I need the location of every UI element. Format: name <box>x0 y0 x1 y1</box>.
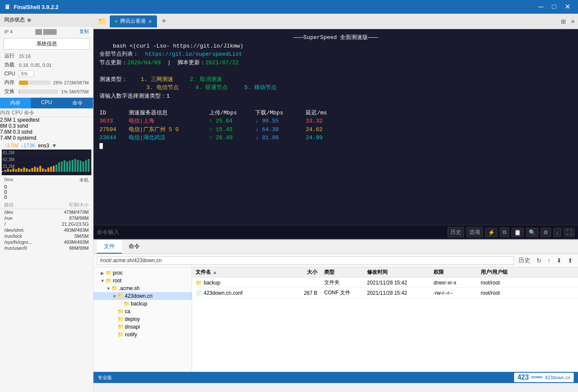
swap-bar <box>19 90 19 94</box>
tree-item-ca[interactable]: 📁 ca <box>93 308 192 315</box>
file-date-backup: 2021/11/28 15:42 <box>364 280 430 286</box>
lightning-icon[interactable]: ⚡ <box>485 228 497 237</box>
upload-btn[interactable]: ⬆ <box>566 256 575 265</box>
svg-rect-30 <box>74 159 76 172</box>
menu-view-button[interactable]: ≡ <box>569 17 576 26</box>
grid-view-button[interactable]: ⊞ <box>559 17 568 26</box>
history-button[interactable]: 历史 <box>448 227 464 237</box>
tree-label-notify: notify <box>125 332 137 338</box>
proc-row-1[interactable]: 8M 0.3 sshd <box>0 123 93 129</box>
term-line-5: 3. 电信节点 4. 联通节点 5. 移动节点 <box>99 84 572 92</box>
file-tab-commands[interactable]: 命令 <box>122 240 147 254</box>
file-tab-files[interactable]: 文件 <box>97 240 122 254</box>
download-icon[interactable]: ↓ <box>554 228 562 237</box>
settings-icon[interactable]: ⚙ <box>541 228 551 237</box>
edition-label: 专业版 <box>98 374 112 381</box>
net-iface: ens3 <box>38 143 49 149</box>
tree-item-backup-sub[interactable]: 📁 backup <box>93 300 192 308</box>
disk-root: /21.2G/23.5G <box>0 221 93 227</box>
term-line-2: 全部节点列表： https://git.io/superspeedList <box>99 50 572 59</box>
proc-row-0[interactable]: 2.5M 1 speedtest <box>0 117 93 123</box>
clipboard-icon[interactable]: 📋 <box>512 228 524 237</box>
path-input[interactable] <box>97 256 514 265</box>
ip-label: IP 4 <box>4 29 12 34</box>
svg-rect-16 <box>37 168 39 172</box>
term-line-3: 节点更新：2020/04/09 | 脚本更新：2021/07/22 <box>99 59 572 67</box>
tree-label-ca: ca <box>125 308 130 314</box>
session-tab-close[interactable]: × <box>148 18 152 25</box>
fullscreen-icon[interactable]: ⛶ <box>564 228 575 237</box>
proc-row-2[interactable]: 7.6M 0.3 sshd <box>0 129 93 135</box>
tab-mem[interactable]: 内存 <box>0 98 31 108</box>
tree-item-root[interactable]: ▼ 📁 root <box>93 277 192 284</box>
sysinfo-button[interactable]: 系统信息 <box>3 38 90 50</box>
tree-toggle-root: ▼ <box>99 278 105 283</box>
col-name: 命令 <box>24 110 34 116</box>
tree-label-backup-sub: backup <box>131 301 148 307</box>
svg-rect-6 <box>10 170 12 172</box>
latency-header: 0ms 本机 <box>4 176 89 184</box>
tree-item-acmesh[interactable]: ▼ 📁 .acme.sh <box>93 284 192 292</box>
mem-bar <box>19 81 28 85</box>
maximize-button[interactable]: □ <box>548 0 560 14</box>
folder-icon-root: 📁 <box>105 278 112 284</box>
session-tab-actions: ⊞ ≡ <box>559 17 576 26</box>
net-graph-svg <box>2 150 91 175</box>
tree-item-deploy[interactable]: 📁 deploy <box>93 315 192 323</box>
up-btn[interactable]: ↑ <box>546 256 552 265</box>
search-icon[interactable]: 🔍 <box>526 228 538 237</box>
tree-item-dnsapi[interactable]: 📁 dnsapi <box>93 323 192 331</box>
svg-rect-34 <box>85 160 87 172</box>
file-row-conf[interactable]: 📄 423down.cn.conf 267 B CONF 文件 2021/11/… <box>192 288 578 298</box>
latency-section: 0ms 本机 0 0 0 <box>0 175 93 200</box>
history-btn-file[interactable]: 历史 <box>517 256 532 265</box>
svg-rect-8 <box>15 169 17 172</box>
watermark-down: DOWN <box>531 376 542 379</box>
net-upload: ↑3.5M <box>4 143 18 149</box>
svg-rect-28 <box>69 161 71 172</box>
term-blank-2 <box>99 100 572 109</box>
tree-toggle-proc: ▶ <box>99 271 105 275</box>
sync-dot <box>27 18 31 22</box>
close-button[interactable]: ✕ <box>561 0 574 14</box>
svg-rect-33 <box>82 162 84 172</box>
term-table-row-2: 23844 电信|湖北武汉 ↑ 28.40 ↓ 81.86 24.99 <box>99 134 572 142</box>
folder-icon-button[interactable]: 📁 <box>95 15 109 28</box>
session-tab-bar: 📁 腾讯云香港 × + ⊞ ≡ <box>93 14 578 29</box>
svg-rect-14 <box>31 168 33 172</box>
running-row: 运行 15:16 <box>0 51 93 60</box>
copy-ip-button[interactable]: 复制 <box>79 28 89 35</box>
file-row-backup[interactable]: 📁 backup 文件夹 2021/11/28 15:42 drwxr-xr-x… <box>192 278 578 288</box>
svg-rect-12 <box>26 168 27 172</box>
folder-icon-ca: 📁 <box>117 308 124 314</box>
file-user-conf: root/root <box>477 290 529 296</box>
col-type: 类型 <box>321 269 364 276</box>
mem-value: 28% 272M/987M <box>53 80 89 85</box>
latency-val-0: 0 <box>4 184 89 189</box>
folder-icon-backup-sub: 📁 <box>123 301 130 307</box>
tree-item-notify[interactable]: 📁 notify <box>93 331 192 338</box>
svg-rect-9 <box>18 168 20 172</box>
terminal-input-field[interactable] <box>97 229 445 236</box>
file-type-backup: 文件夹 <box>321 279 364 286</box>
svg-rect-20 <box>48 168 49 172</box>
new-tab-button[interactable]: + <box>158 15 170 27</box>
options-button[interactable]: 选项 <box>467 227 483 237</box>
copy-icon[interactable]: ⧉ <box>500 227 509 237</box>
tree-item-423down[interactable]: ▼ 📁 423down.cn <box>93 292 192 300</box>
refresh-btn[interactable]: ↻ <box>535 256 543 265</box>
file-list: 文件名 ▲ 大小 类型 修改时间 权限 用户/用户组 📁 backup <box>192 267 578 372</box>
tree-item-proc[interactable]: ▶ 📁 proc <box>93 269 192 277</box>
svg-rect-26 <box>63 160 65 172</box>
terminal-output[interactable]: ———SuperSpeed 全面测速版——— bash <(curl -Lso-… <box>93 29 578 225</box>
app-title-area: 🖥 FinalShell 3.9.2.2 <box>4 3 59 10</box>
tab-cpu[interactable]: CPU <box>31 98 62 108</box>
minimize-button[interactable]: ─ <box>535 0 547 14</box>
download-btn-file[interactable]: ⬇ <box>555 256 563 265</box>
session-tab-hk[interactable]: 腾讯云香港 × <box>110 15 157 27</box>
svg-rect-17 <box>39 166 41 172</box>
window-controls: ─ □ ✕ <box>535 0 574 14</box>
net-graph-bot: 21.2M <box>3 164 15 169</box>
tab-command[interactable]: 命令 <box>62 98 93 108</box>
proc-row-3[interactable]: 7.4M 0 systemd <box>0 135 93 141</box>
